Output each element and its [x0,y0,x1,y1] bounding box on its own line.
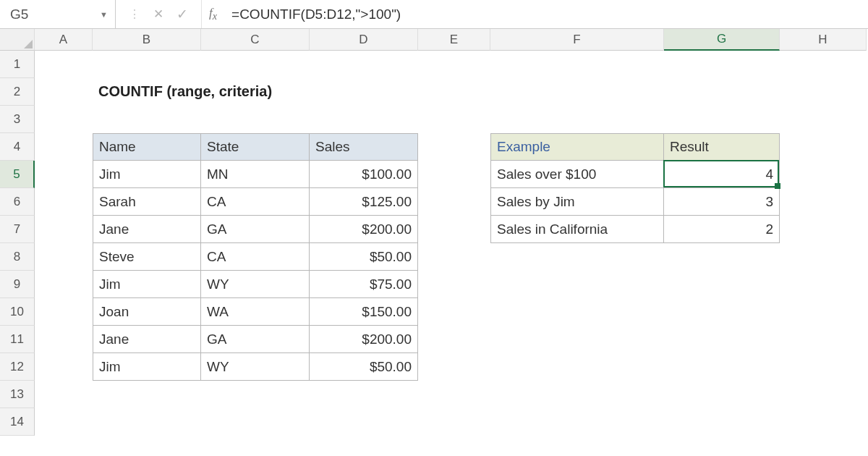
col-header-g[interactable]: G [664,29,780,51]
cell[interactable] [35,243,93,271]
cell[interactable] [490,78,664,106]
col-header-h[interactable]: H [780,29,867,51]
cell[interactable] [35,188,93,216]
table-row[interactable]: $50.00 [310,353,418,381]
cell[interactable] [93,51,201,78]
active-cell[interactable]: 4 [664,161,780,188]
table-row[interactable]: WY [201,271,310,298]
table-row[interactable]: Jim [93,161,201,188]
cell[interactable] [418,408,490,436]
cell[interactable] [664,381,780,408]
cell[interactable] [490,381,664,408]
name-box[interactable]: G5 ▼ [0,0,116,28]
table-row[interactable]: GA [201,216,310,243]
row-header-6[interactable]: 6 [0,188,35,216]
row-header-10[interactable]: 10 [0,298,35,326]
table-row[interactable]: Jane [93,216,201,243]
cell[interactable] [490,298,664,326]
cell[interactable] [35,106,93,133]
cell[interactable] [35,353,93,381]
row-header-8[interactable]: 8 [0,243,35,271]
table-row[interactable]: WY [201,353,310,381]
cell[interactable] [418,353,490,381]
table2-header-result[interactable]: Result [664,133,780,161]
table-row[interactable]: $200.00 [310,216,418,243]
cell[interactable] [780,106,867,133]
col-header-d[interactable]: D [310,29,418,51]
cell[interactable] [780,243,867,271]
cell[interactable] [664,51,780,78]
table-row[interactable]: $100.00 [310,161,418,188]
cell[interactable] [490,408,664,436]
cell[interactable] [418,271,490,298]
row-header-2[interactable]: 2 [0,78,35,106]
cell[interactable] [201,106,310,133]
cell[interactable] [664,271,780,298]
cell[interactable] [490,271,664,298]
cell[interactable] [35,408,93,436]
cell[interactable] [490,51,664,78]
table-row[interactable]: 2 [664,216,780,243]
table-row[interactable]: $75.00 [310,271,418,298]
cell[interactable] [418,298,490,326]
page-title[interactable]: COUNTIF (range, criteria) [93,78,201,106]
cell[interactable] [310,381,418,408]
cell[interactable] [780,271,867,298]
table-row[interactable]: $50.00 [310,243,418,271]
cell[interactable] [664,326,780,353]
cell[interactable] [35,161,93,188]
cell[interactable] [418,216,490,243]
cell[interactable] [201,381,310,408]
cell[interactable] [93,408,201,436]
table-row[interactable]: CA [201,188,310,216]
cell[interactable] [93,381,201,408]
col-header-b[interactable]: B [93,29,201,51]
cell[interactable] [780,133,867,161]
cell[interactable] [780,353,867,381]
table-row[interactable]: WA [201,298,310,326]
confirm-icon[interactable]: ✓ [176,6,188,22]
chevron-down-icon[interactable]: ▼ [100,10,108,19]
row-header-11[interactable]: 11 [0,326,35,353]
cell[interactable] [201,78,310,106]
col-header-a[interactable]: A [35,29,93,51]
table-row[interactable]: $200.00 [310,326,418,353]
fx-icon[interactable]: fx [202,6,227,22]
table-row[interactable]: $125.00 [310,188,418,216]
table-row[interactable]: Sales in California [490,216,664,243]
cell[interactable] [418,188,490,216]
row-header-4[interactable]: 4 [0,133,35,161]
cell[interactable] [780,381,867,408]
cell[interactable] [418,326,490,353]
cell[interactable] [780,408,867,436]
cell[interactable] [490,353,664,381]
cell[interactable] [490,106,664,133]
cell[interactable] [418,106,490,133]
cell[interactable] [35,51,93,78]
table-row[interactable]: GA [201,326,310,353]
row-header-13[interactable]: 13 [0,381,35,408]
table-row[interactable]: Sarah [93,188,201,216]
cell[interactable] [201,51,310,78]
cell[interactable] [35,78,93,106]
select-all-corner[interactable] [0,29,35,51]
row-header-9[interactable]: 9 [0,271,35,298]
cell[interactable] [35,298,93,326]
table-row[interactable]: Jane [93,326,201,353]
cell[interactable] [664,78,780,106]
cell[interactable] [35,216,93,243]
row-header-3[interactable]: 3 [0,106,35,133]
row-header-7[interactable]: 7 [0,216,35,243]
cell[interactable] [35,326,93,353]
cell[interactable] [418,51,490,78]
cell[interactable] [664,353,780,381]
cell[interactable] [490,326,664,353]
cell[interactable] [35,381,93,408]
cell[interactable] [35,271,93,298]
table-row[interactable]: $150.00 [310,298,418,326]
table-row[interactable]: Sales by Jim [490,188,664,216]
row-header-12[interactable]: 12 [0,353,35,381]
row-header-5[interactable]: 5 [0,161,35,188]
table-row[interactable]: Joan [93,298,201,326]
cell[interactable] [418,78,490,106]
